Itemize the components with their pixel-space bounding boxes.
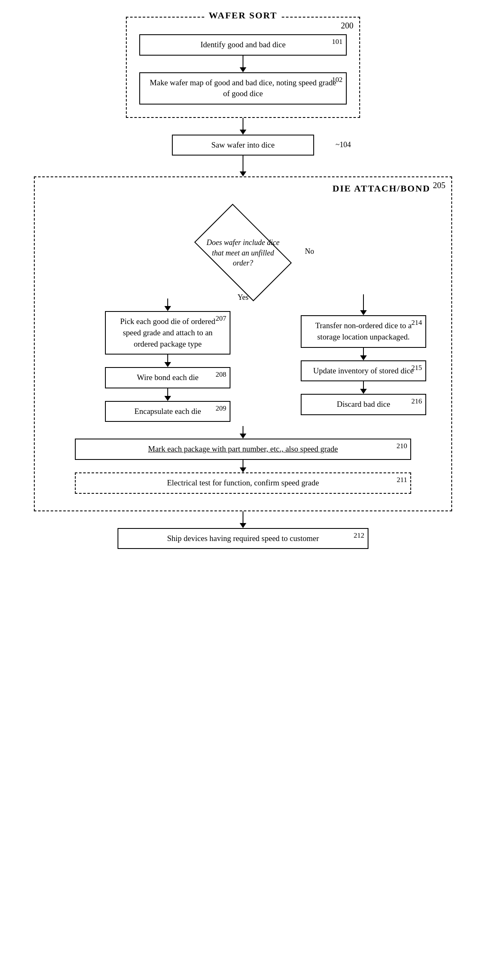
- box-211: Electrical test for function, confirm sp…: [75, 472, 412, 494]
- wafer-sort-section: WAFER SORT 200 Identify good and bad dic…: [126, 17, 360, 118]
- box-207: Pick each good die of ordered speed grad…: [105, 311, 230, 355]
- arrow-208-209: [164, 388, 171, 401]
- arrow-211-212: [240, 511, 246, 528]
- box-212: Ship devices having required speed to cu…: [118, 528, 368, 549]
- box-216: Discard bad dice 216: [301, 394, 426, 415]
- box-215: Update inventory of stored dice 215: [301, 360, 426, 382]
- box-104-number-label: ~104: [335, 140, 351, 150]
- box-209: Encapsulate each die 209: [105, 401, 230, 422]
- box-104: Saw wafer into dice ~104: [172, 135, 314, 156]
- arrow-yes-207: [164, 299, 171, 311]
- right-col: Transfer non-ordered dice to a storage l…: [288, 286, 439, 415]
- die-attach-label: DIE ATTACH/BOND: [333, 183, 430, 194]
- arrow-210-211: [240, 460, 246, 472]
- die-attach-number: 205: [433, 181, 445, 190]
- merge-area: Mark each package with part number, etc.…: [47, 426, 439, 493]
- arrow-214-215: [360, 348, 367, 360]
- diamond-area: Does wafer include dice that meet an unf…: [47, 215, 439, 290]
- arrow-102-104: [240, 118, 246, 135]
- page: WAFER SORT 200 Identify good and bad dic…: [0, 0, 486, 980]
- box-210: Mark each package with part number, etc.…: [75, 439, 412, 460]
- left-col: Pick each good die of ordered speed grad…: [47, 299, 288, 422]
- arrow-215-216: [360, 381, 367, 394]
- arrow-101-102: [139, 56, 347, 72]
- two-col-flow: Pick each good die of ordered speed grad…: [47, 299, 439, 422]
- arrow-207-208: [164, 355, 171, 367]
- arrow-104-die: [240, 156, 246, 176]
- diamond-206: Does wafer include dice that meet an unf…: [189, 215, 297, 290]
- label-no: No: [305, 248, 314, 256]
- wafer-sort-number: 200: [341, 21, 353, 31]
- no-path-line: [288, 294, 439, 315]
- wafer-sort-label: WAFER SORT: [205, 10, 281, 21]
- box-102: Make wafer map of good and bad dice, not…: [139, 72, 347, 105]
- arrow-no-214: [360, 294, 367, 315]
- arrow-209-210: [240, 426, 246, 439]
- box-101: Identify good and bad dice 101: [139, 34, 347, 56]
- box-208: Wire bond each die 208: [105, 367, 230, 388]
- die-attach-section: DIE ATTACH/BOND 205 Does wafer include d…: [34, 176, 452, 511]
- box-214: Transfer non-ordered dice to a storage l…: [301, 315, 426, 347]
